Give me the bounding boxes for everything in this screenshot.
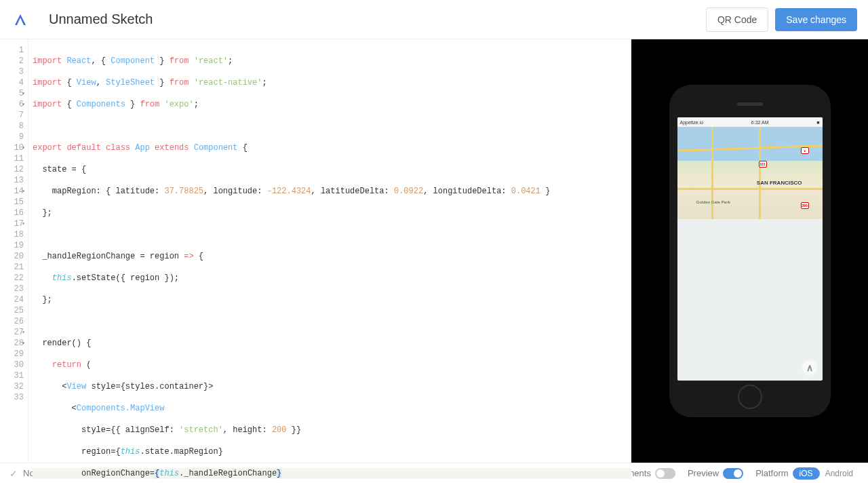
platform-toggle[interactable]: iOS Android [793, 467, 859, 480]
platform-label: Platform [755, 468, 788, 478]
line-gutter: 1234 56789 10111213 14151617 18192021 22… [0, 39, 28, 463]
status-time: 6:32 AM [751, 120, 769, 125]
sketch-title[interactable]: Unnamed Sketch [49, 12, 706, 27]
route-shield-101: 101 [759, 161, 767, 168]
check-icon: ✓ [9, 468, 18, 479]
phone-frame: Appetize.io 6:32 AM ■ ● 101 280 SAN FRAN… [669, 85, 831, 417]
status-bar: Appetize.io 6:32 AM ■ [677, 117, 823, 127]
home-button[interactable] [738, 385, 762, 409]
phone-speaker [737, 102, 763, 106]
status-carrier: Appetize.io [680, 120, 704, 125]
map-park-label: Golden Gate Park [696, 200, 730, 204]
platform-ios[interactable]: iOS [793, 467, 820, 480]
route-shield: ● [801, 147, 809, 154]
save-changes-button[interactable]: Save changes [775, 8, 857, 31]
status-battery: ■ [816, 120, 819, 125]
platform-android[interactable]: Android [820, 467, 859, 480]
code-editor[interactable]: 1234 56789 10111213 14151617 18192021 22… [0, 39, 631, 463]
map-city-label: SAN FRANCISCO [757, 180, 802, 186]
logo-icon[interactable] [11, 10, 30, 29]
code-content[interactable]: import React, { Component } from 'react'… [28, 39, 631, 463]
route-shield-280: 280 [801, 202, 809, 209]
preview-panel: Appetize.io 6:32 AM ■ ● 101 280 SAN FRAN… [631, 39, 868, 463]
expo-badge-icon[interactable]: ∧ [802, 360, 817, 375]
phone-screen[interactable]: Appetize.io 6:32 AM ■ ● 101 280 SAN FRAN… [677, 117, 823, 381]
main: 1234 56789 10111213 14151617 18192021 22… [0, 39, 868, 463]
header: Unnamed Sketch QR Code Save changes [0, 0, 868, 39]
qr-code-button[interactable]: QR Code [706, 7, 768, 32]
components-toggle[interactable] [655, 468, 675, 479]
preview-toggle[interactable] [723, 468, 743, 479]
preview-label: Preview [688, 468, 719, 478]
map-view[interactable]: ● 101 280 SAN FRANCISCO Golden Gate Park [677, 127, 823, 219]
